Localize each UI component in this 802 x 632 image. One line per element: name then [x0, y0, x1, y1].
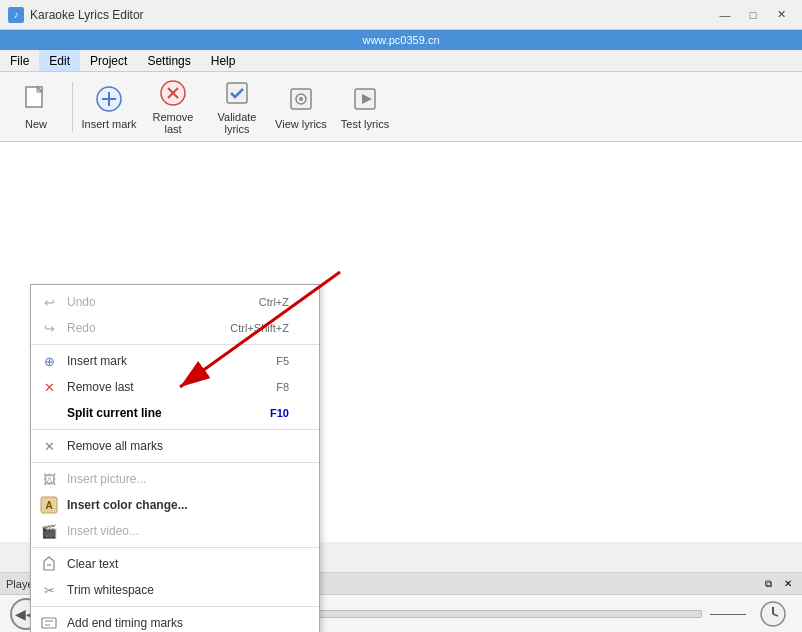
menu-item-help[interactable]: Help — [201, 50, 246, 71]
end-timing-icon — [39, 613, 59, 632]
clear-text-label: Clear text — [67, 557, 118, 571]
insert-mark-dd-label: Insert mark — [67, 354, 127, 368]
view-lyrics-label: View lyrics — [275, 118, 327, 130]
split-label: Split current line — [67, 406, 162, 420]
separator-3 — [31, 462, 319, 463]
svg-marker-15 — [44, 557, 54, 570]
separator-1 — [31, 344, 319, 345]
remove-last-dd-label: Remove last — [67, 380, 134, 394]
new-icon — [20, 83, 52, 115]
watermark-text: www.pc0359.cn — [362, 34, 439, 46]
clear-text-icon — [39, 554, 59, 574]
trim-icon: ✂ — [39, 580, 59, 600]
test-lyrics-icon — [349, 83, 381, 115]
menu-bar: File Edit Project Settings Help — [0, 50, 802, 72]
toolbar-remove-last-button[interactable]: Remove last — [143, 78, 203, 136]
app-title: Karaoke Lyrics Editor — [30, 8, 144, 22]
color-change-icon: A — [39, 495, 59, 515]
close-button[interactable]: ✕ — [768, 5, 794, 25]
undo-shortcut: Ctrl+Z — [259, 296, 289, 308]
watermark-bar: www.pc0359.cn — [0, 30, 802, 50]
remove-all-icon: ✕ — [39, 436, 59, 456]
remove-last-dd-icon: ✕ — [39, 377, 59, 397]
split-icon — [39, 403, 59, 423]
split-shortcut: F10 — [270, 407, 289, 419]
insert-mark-dd-icon: ⊕ — [39, 351, 59, 371]
svg-rect-7 — [227, 83, 247, 103]
separator-4 — [31, 547, 319, 548]
menu-split-current-line[interactable]: Split current line F10 — [31, 400, 319, 426]
undo-icon: ↩ — [39, 292, 59, 312]
clock-icon — [758, 599, 788, 629]
menu-trim-whitespace[interactable]: ✂ Trim whitespace — [31, 577, 319, 603]
redo-shortcut: Ctrl+Shift+Z — [230, 322, 289, 334]
validate-icon — [221, 78, 253, 108]
edit-dropdown-menu: ↩ Undo Ctrl+Z ↪ Redo Ctrl+Shift+Z ⊕ Inse… — [30, 284, 320, 632]
redo-icon: ↪ — [39, 318, 59, 338]
add-end-timing-label: Add end timing marks — [67, 616, 183, 630]
remove-last-label: Remove last — [144, 111, 202, 135]
menu-remove-last[interactable]: ✕ Remove last F8 — [31, 374, 319, 400]
menu-item-file[interactable]: File — [0, 50, 39, 71]
toolbar-insert-mark-button[interactable]: Insert mark — [79, 78, 139, 136]
validate-label: Validate lyrics — [208, 111, 266, 135]
remove-last-icon — [157, 78, 189, 108]
menu-insert-mark[interactable]: ⊕ Insert mark F5 — [31, 348, 319, 374]
main-area: ↩ Undo Ctrl+Z ↪ Redo Ctrl+Shift+Z ⊕ Inse… — [0, 142, 802, 542]
toolbar-view-lyrics-button[interactable]: View lyrics — [271, 78, 331, 136]
trim-whitespace-label: Trim whitespace — [67, 583, 154, 597]
menu-insert-color-change[interactable]: A Insert color change... — [31, 492, 319, 518]
insert-color-label: Insert color change... — [67, 498, 188, 512]
menu-remove-all-marks[interactable]: ✕ Remove all marks — [31, 433, 319, 459]
menu-item-settings[interactable]: Settings — [137, 50, 200, 71]
player-close-button[interactable]: ✕ — [780, 577, 796, 591]
title-bar: ♪ Karaoke Lyrics Editor — □ ✕ — [0, 0, 802, 30]
maximize-button[interactable]: □ — [740, 5, 766, 25]
insert-mark-shortcut: F5 — [276, 355, 289, 367]
svg-text:A: A — [45, 500, 52, 511]
separator-5 — [31, 606, 319, 607]
svg-rect-17 — [42, 618, 56, 628]
menu-insert-video[interactable]: 🎬 Insert video... — [31, 518, 319, 544]
insert-video-label: Insert video... — [67, 524, 139, 538]
redo-label: Redo — [67, 321, 96, 335]
view-lyrics-icon — [285, 83, 317, 115]
svg-point-10 — [299, 97, 303, 101]
menu-item-edit[interactable]: Edit — [39, 50, 80, 71]
undo-label: Undo — [67, 295, 96, 309]
toolbar-new-button[interactable]: New — [6, 78, 66, 136]
new-label: New — [25, 118, 47, 130]
insert-picture-label: Insert picture... — [67, 472, 146, 486]
menu-add-end-timing[interactable]: Add end timing marks — [31, 610, 319, 632]
remove-all-marks-label: Remove all marks — [67, 439, 163, 453]
separator-2 — [31, 429, 319, 430]
insert-mark-icon — [93, 83, 125, 115]
menu-insert-picture[interactable]: 🖼 Insert picture... — [31, 466, 319, 492]
toolbar: New Insert mark Remove last — [0, 72, 802, 142]
insert-mark-label: Insert mark — [81, 118, 136, 130]
toolbar-validate-button[interactable]: Validate lyrics — [207, 78, 267, 136]
test-lyrics-label: Test lyrics — [341, 118, 389, 130]
menu-undo[interactable]: ↩ Undo Ctrl+Z — [31, 289, 319, 315]
remove-last-shortcut: F8 — [276, 381, 289, 393]
picture-icon: 🖼 — [39, 469, 59, 489]
minimize-button[interactable]: — — [712, 5, 738, 25]
menu-clear-text[interactable]: Clear text — [31, 551, 319, 577]
menu-item-project[interactable]: Project — [80, 50, 137, 71]
video-icon: 🎬 — [39, 521, 59, 541]
progress-end-text: ——— — [710, 607, 750, 621]
toolbar-test-lyrics-button[interactable]: Test lyrics — [335, 78, 395, 136]
player-restore-button[interactable]: ⧉ — [760, 577, 776, 591]
menu-redo[interactable]: ↪ Redo Ctrl+Shift+Z — [31, 315, 319, 341]
app-icon: ♪ — [8, 7, 24, 23]
